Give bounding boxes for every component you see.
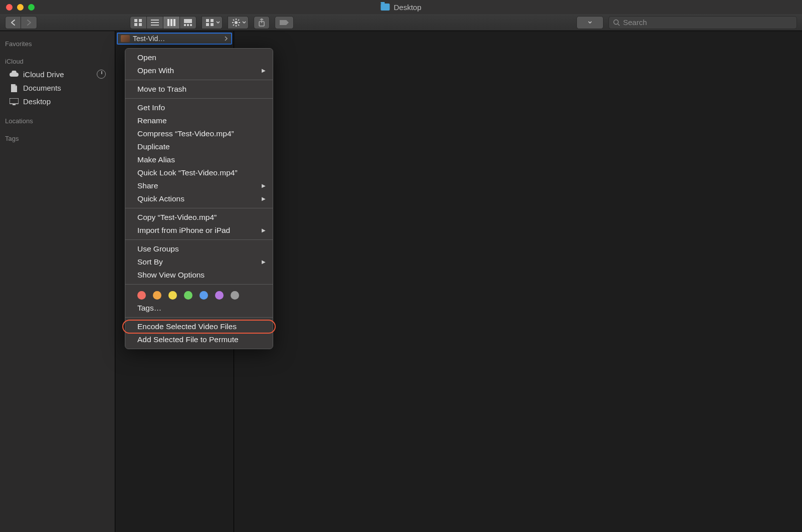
action-group bbox=[228, 16, 249, 29]
svg-rect-31 bbox=[10, 98, 19, 104]
file-name: Test-Vid… bbox=[133, 35, 165, 43]
context-menu-item[interactable]: Make Alias bbox=[125, 153, 273, 166]
context-menu-separator bbox=[125, 98, 273, 99]
context-menu-separator bbox=[125, 284, 273, 285]
sidebar-header-locations: Locations bbox=[0, 114, 115, 127]
back-button[interactable] bbox=[5, 16, 21, 29]
sidebar-item-documents[interactable]: Documents bbox=[0, 81, 115, 95]
context-menu-separator bbox=[125, 208, 273, 208]
context-menu-item[interactable]: Copy “Test-Video.mp4” bbox=[125, 211, 273, 224]
context-menu-item[interactable]: Get Info bbox=[125, 101, 273, 114]
nav-buttons bbox=[5, 16, 37, 29]
sidebar: Favorites iCloud iCloud Drive Documents … bbox=[0, 31, 115, 532]
sidebar-item-label: iCloud Drive bbox=[23, 70, 64, 79]
sidebar-header-favorites: Favorites bbox=[0, 37, 115, 50]
video-thumbnail-icon bbox=[121, 35, 130, 42]
context-menu-item[interactable]: Import from iPhone or iPad bbox=[125, 224, 273, 237]
svg-rect-14 bbox=[206, 19, 209, 22]
svg-rect-9 bbox=[173, 19, 175, 26]
sidebar-header-icloud: iCloud bbox=[0, 55, 115, 67]
toolbar: Search bbox=[0, 14, 802, 31]
file-item-selected[interactable]: Test-Vid… bbox=[117, 33, 232, 45]
desktop-icon bbox=[9, 98, 19, 106]
view-gallery-button[interactable] bbox=[180, 16, 196, 29]
minimize-window-button[interactable] bbox=[17, 4, 24, 11]
context-menu-item[interactable]: Use Groups bbox=[125, 242, 273, 255]
tag-color-dot[interactable] bbox=[199, 291, 208, 300]
chevron-right-icon bbox=[224, 36, 228, 41]
svg-line-24 bbox=[238, 25, 239, 26]
svg-rect-1 bbox=[139, 19, 142, 22]
tags-button[interactable] bbox=[275, 16, 294, 29]
context-menu-item[interactable]: Add Selected File to Permute bbox=[125, 333, 273, 346]
svg-rect-16 bbox=[206, 23, 209, 26]
share-button[interactable] bbox=[254, 16, 270, 29]
sidebar-item-label: Desktop bbox=[23, 97, 51, 106]
highlight-ring bbox=[122, 320, 276, 334]
svg-line-30 bbox=[618, 24, 620, 26]
toolbar-dropdown[interactable] bbox=[576, 16, 604, 29]
svg-line-25 bbox=[233, 25, 234, 26]
arrange-group bbox=[202, 16, 223, 29]
sidebar-header-tags: Tags bbox=[0, 132, 115, 144]
context-menu-tags-label[interactable]: Tags… bbox=[125, 302, 273, 315]
svg-rect-11 bbox=[184, 24, 186, 26]
doc-icon bbox=[9, 84, 19, 92]
context-menu-separator bbox=[125, 317, 273, 318]
view-list-button[interactable] bbox=[147, 16, 163, 29]
tag-color-dot[interactable] bbox=[168, 291, 177, 300]
svg-point-18 bbox=[235, 21, 238, 24]
svg-rect-3 bbox=[139, 23, 142, 26]
context-menu: OpenOpen WithMove to TrashGet InfoRename… bbox=[125, 48, 273, 349]
context-menu-item[interactable]: Quick Look “Test-Video.mp4” bbox=[125, 166, 273, 179]
window-title: Desktop bbox=[380, 3, 421, 12]
arrange-button[interactable] bbox=[202, 16, 223, 29]
view-column-button[interactable] bbox=[163, 16, 180, 29]
svg-point-29 bbox=[614, 20, 619, 24]
search-icon bbox=[613, 19, 620, 26]
search-input[interactable]: Search bbox=[609, 16, 797, 29]
svg-rect-7 bbox=[167, 19, 169, 26]
context-menu-item[interactable]: Compress “Test-Video.mp4” bbox=[125, 127, 273, 140]
sidebar-item-icloud-drive[interactable]: iCloud Drive bbox=[0, 67, 115, 81]
context-menu-item[interactable]: Open With bbox=[125, 64, 273, 77]
view-mode-buttons bbox=[130, 16, 196, 29]
fullscreen-window-button[interactable] bbox=[28, 4, 35, 11]
close-window-button[interactable] bbox=[6, 4, 13, 11]
svg-rect-12 bbox=[187, 24, 189, 26]
context-menu-item[interactable]: Show View Options bbox=[125, 269, 273, 282]
svg-rect-0 bbox=[134, 19, 137, 22]
tag-color-dot[interactable] bbox=[153, 291, 161, 300]
action-button[interactable] bbox=[228, 16, 249, 29]
svg-rect-4 bbox=[151, 20, 159, 21]
folder-icon bbox=[380, 4, 389, 11]
svg-rect-32 bbox=[13, 104, 16, 105]
sidebar-item-label: Documents bbox=[23, 84, 61, 92]
svg-rect-17 bbox=[211, 23, 214, 26]
forward-button[interactable] bbox=[21, 16, 37, 29]
sidebar-item-desktop[interactable]: Desktop bbox=[0, 95, 115, 108]
svg-rect-6 bbox=[151, 25, 159, 26]
tag-color-dot[interactable] bbox=[215, 291, 224, 300]
context-menu-item-highlighted[interactable]: Encode Selected Video Files bbox=[125, 320, 273, 333]
context-menu-item[interactable]: Share bbox=[125, 179, 273, 192]
context-menu-item[interactable]: Rename bbox=[125, 114, 273, 127]
context-menu-item[interactable]: Open bbox=[125, 51, 273, 64]
tag-color-dot[interactable] bbox=[137, 291, 146, 300]
svg-rect-8 bbox=[170, 19, 172, 26]
context-menu-item[interactable]: Duplicate bbox=[125, 140, 273, 153]
context-menu-separator bbox=[125, 80, 273, 80]
context-menu-item[interactable]: Move to Trash bbox=[125, 83, 273, 96]
sync-status-icon bbox=[97, 70, 106, 79]
search-placeholder: Search bbox=[623, 18, 647, 27]
tag-color-dot[interactable] bbox=[231, 291, 239, 300]
context-menu-item[interactable]: Sort By bbox=[125, 255, 273, 269]
context-menu-item[interactable]: Quick Actions bbox=[125, 192, 273, 205]
traffic-lights bbox=[6, 4, 35, 11]
tag-color-dot[interactable] bbox=[184, 291, 192, 300]
svg-line-23 bbox=[233, 20, 234, 21]
svg-line-26 bbox=[238, 20, 239, 21]
view-icon-button[interactable] bbox=[130, 16, 147, 29]
svg-rect-5 bbox=[151, 22, 159, 23]
svg-rect-10 bbox=[184, 19, 192, 23]
